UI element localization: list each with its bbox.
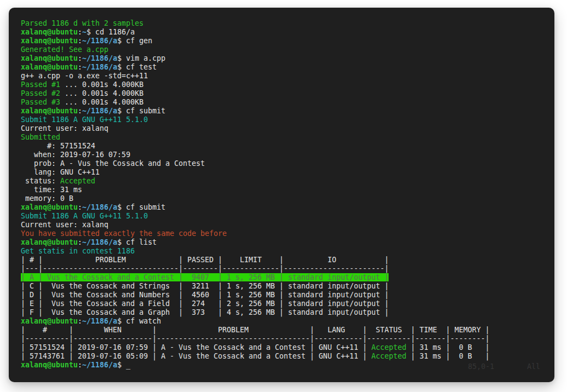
text-segment: |----------|------------------|---------…: [21, 335, 490, 343]
text-segment: ~/1186/a: [82, 54, 117, 62]
text-segment: $ cf test: [117, 63, 157, 71]
text-segment: |---|-------------------------------|---…: [21, 264, 389, 273]
terminal-line: status: Accepted: [21, 177, 554, 186]
terminal-line: Passed #2 ... 0.001s 4.000KB: [21, 89, 554, 98]
terminal-line: memory: 0 B: [21, 194, 554, 203]
terminal-line: Submitted: [21, 133, 554, 142]
text-segment: xalanq@ubuntu: [21, 63, 78, 71]
text-segment: #: 57151524: [21, 142, 95, 150]
text-segment: | 57151524 | 2019-07-16 07:59 | A - Vus …: [21, 343, 371, 351]
text-segment: Passed #3: [21, 98, 60, 106]
terminal-line: | A | Vus the Cossack and a Contest | 94…: [21, 273, 554, 282]
text-segment: | F | Vus the Cossack and a Graph | 373 …: [21, 308, 389, 316]
text-segment: :: [78, 28, 82, 36]
terminal-line: Passed #1 ... 0.001s 4.000KB: [21, 80, 554, 89]
terminal-line: | C | Vus the Cossack and Strings | 3211…: [21, 282, 554, 291]
terminal-line: Current user: xalanq: [21, 124, 554, 133]
text-segment: prob: A - Vus the Cossack and a Contest: [21, 159, 205, 168]
text-segment: xalanq@ubuntu: [21, 28, 78, 36]
terminal-line: time: 31 ms: [21, 186, 554, 194]
text-segment: | D | Vus the Cossack and Numbers | 4560…: [21, 291, 389, 299]
text-segment: $ vim a.cpp: [117, 54, 165, 62]
text-segment: ~/1186/a: [82, 361, 117, 369]
terminal-line: Submit 1186 A GNU G++11 5.1.0: [21, 212, 554, 221]
text-segment: xalanq@ubuntu: [21, 54, 78, 62]
terminal-line: |---|-------------------------------|---…: [21, 264, 554, 273]
terminal-window[interactable]: Parsed 1186 d with 2 samplesxalanq@ubunt…: [9, 8, 554, 382]
terminal-line: when: 2019-07-16 07:59: [21, 151, 554, 159]
text-segment: :: [78, 238, 82, 246]
text-segment: ~/1186/a: [82, 238, 117, 246]
text-segment: ~/1186/a: [82, 37, 117, 45]
text-segment: ~/1186/a: [82, 203, 117, 211]
terminal-line: xalanq@ubuntu:~/1186/a$ cf submit: [21, 203, 554, 212]
terminal-line: lang: GNU C++11: [21, 168, 554, 177]
text-segment: $: [117, 361, 126, 369]
text-segment: | 31 ms | 0 B |: [406, 352, 489, 360]
text-segment: | A | Vus the Cossack and a Contest | 94…: [21, 273, 389, 281]
terminal-line: g++ a.cpp -o a.exe -std=c++11: [21, 72, 554, 80]
text-segment: Submitted: [21, 133, 60, 141]
terminal-line: | E | Vus the Cossack and a Field | 274 …: [21, 299, 554, 308]
terminal-line: | 57151524 | 2019-07-16 07:59 | A - Vus …: [21, 343, 554, 352]
ghost-scroll-indicator-text: All: [527, 362, 540, 371]
text-segment: ~/1186/a: [82, 63, 117, 71]
terminal-line: xalanq@ubuntu:~/1186/a$ vim a.cpp: [21, 54, 554, 63]
text-segment: :: [78, 37, 82, 45]
text-segment: $ cf gen: [117, 37, 152, 45]
terminal-line: xalanq@ubuntu:~/1186/a$ cf gen: [21, 37, 554, 45]
ghost-cursor-position-text: 85,0-1: [468, 362, 494, 371]
text-segment: $ cf submit: [117, 203, 165, 211]
terminal-line: | # | WHEN | PROBLEM | LANG | STATUS | T…: [21, 326, 554, 335]
text-segment: Accepted: [60, 177, 95, 185]
terminal-line: | 57143761 | 2019-07-16 05:09 | A - Vus …: [21, 352, 554, 361]
text-segment: xalanq@ubuntu: [21, 317, 78, 325]
terminal-line: xalanq@ubuntu:~/1186/a$ cf list: [21, 238, 554, 247]
terminal-line: Passed #3 ... 0.001s 4.000KB: [21, 98, 554, 107]
text-segment: ... 0.001s 4.000KB: [60, 98, 143, 106]
text-segment: $ cf submit: [117, 107, 165, 115]
text-segment: Passed #1: [21, 80, 60, 89]
text-segment: xalanq@ubuntu: [21, 238, 78, 246]
text-segment: lang: GNU C++11: [21, 168, 100, 176]
text-segment: Accepted: [371, 352, 406, 360]
terminal-line: | F | Vus the Cossack and a Graph | 373 …: [21, 308, 554, 317]
text-segment: ... 0.001s 4.000KB: [60, 80, 143, 89]
terminal-line: xalanq@ubuntu:~$ cd 1186/a: [21, 28, 554, 37]
text-segment: :: [78, 361, 82, 369]
text-segment: Accepted: [371, 343, 406, 351]
terminal-line: Generated! See a.cpp: [21, 45, 554, 54]
terminal-line: | # | PROBLEM | PASSED | LIMIT | IO |: [21, 256, 554, 264]
terminal-line: Parsed 1186 d with 2 samples: [21, 19, 554, 28]
terminal-line: xalanq@ubuntu:~/1186/a$ cf watch: [21, 317, 554, 326]
text-segment: Passed #2: [21, 89, 60, 97]
text-segment: $ cf watch: [117, 317, 161, 325]
text-segment: ~/1186/a: [82, 107, 117, 115]
text-segment: ~/1186/a: [82, 317, 117, 325]
text-segment: :: [78, 107, 82, 115]
terminal-line: Get statis in contest 1186: [21, 247, 554, 256]
text-segment: Submit 1186 A GNU G++11 5.1.0: [21, 116, 148, 124]
terminal-line: |----------|------------------|---------…: [21, 335, 554, 343]
terminal-line: You have submitted exactly the same code…: [21, 229, 554, 238]
text-segment: | 57143761 | 2019-07-16 05:09 | A - Vus …: [21, 352, 371, 360]
terminal-line: | D | Vus the Cossack and Numbers | 4560…: [21, 291, 554, 299]
terminal-output: Parsed 1186 d with 2 samplesxalanq@ubunt…: [21, 19, 554, 370]
text-segment: Current user: xalanq: [21, 124, 108, 132]
text-segment: when: 2019-07-16 07:59: [21, 151, 130, 159]
cursor: _: [126, 361, 130, 369]
text-segment: Submit 1186 A GNU G++11 5.1.0: [21, 212, 148, 220]
text-segment: Current user: xalanq: [21, 221, 108, 229]
text-segment: You have submitted exactly the same code…: [21, 229, 227, 238]
terminal-line: prob: A - Vus the Cossack and a Contest: [21, 159, 554, 168]
terminal-line: xalanq@ubuntu:~/1186/a$ cf submit: [21, 107, 554, 116]
text-segment: memory: 0 B: [21, 194, 73, 203]
text-segment: :: [78, 203, 82, 211]
text-segment: ... 0.001s 4.000KB: [60, 89, 143, 97]
text-segment: ~: [82, 28, 86, 36]
text-segment: $ cd 1186/a: [86, 28, 135, 36]
text-segment: Parsed 1186 d with 2 samples: [21, 19, 143, 27]
text-segment: time: 31 ms: [21, 186, 82, 194]
text-segment: Get statis in contest 1186: [21, 247, 135, 255]
text-segment: Generated! See a.cpp: [21, 45, 108, 54]
